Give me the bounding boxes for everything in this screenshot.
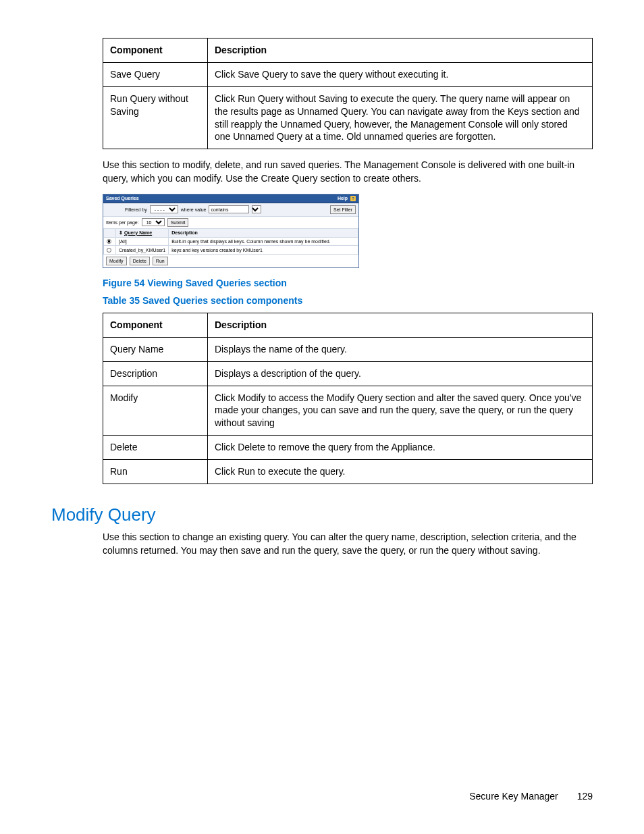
description-header: Description (169, 228, 358, 237)
section-heading: Modify Query (51, 504, 593, 525)
panel-title: Saved Queries (106, 196, 139, 201)
table-caption: Table 35 Saved Queries section component… (103, 295, 593, 306)
component-cell: Save Query (103, 62, 208, 86)
table-row: Run Click Run to execute the query. (103, 460, 593, 484)
page-number: 129 (577, 791, 593, 802)
component-table-1: Component Description Save Query Click S… (103, 38, 593, 149)
description-cell: Click Modify to access the Modify Query … (208, 386, 593, 436)
delete-button[interactable] (130, 257, 150, 265)
table1-head-component: Component (103, 38, 208, 63)
description-cell: Click Save Query to save the query witho… (208, 62, 593, 86)
query-name-cell: [All] (116, 237, 169, 246)
filter-extra-select[interactable] (252, 205, 261, 213)
set-filter-button[interactable] (330, 205, 356, 214)
component-cell: Delete (103, 436, 208, 460)
table-row: Delete Click Delete to remove the query … (103, 436, 593, 460)
table-row: Query Name Displays the name of the quer… (103, 337, 593, 361)
help-link[interactable]: Help (338, 196, 348, 201)
table-row: Description Displays a description of th… (103, 361, 593, 386)
component-table-2: Component Description Query Name Display… (103, 313, 593, 484)
filtered-by-label: Filtered by (125, 207, 147, 212)
filter-value-input[interactable] (209, 205, 249, 213)
component-cell: Modify (103, 386, 208, 436)
table2-head-description: Description (208, 313, 593, 337)
row-radio[interactable] (107, 239, 111, 244)
table-row: Modify Click Modify to access the Modify… (103, 386, 593, 436)
query-name-header[interactable]: Query Name (124, 230, 152, 235)
figure-caption: Figure 54 Viewing Saved Queries section (103, 278, 593, 288)
component-cell: Description (103, 361, 208, 386)
table1-head-description: Description (208, 38, 593, 63)
table2-head-component: Component (103, 313, 208, 337)
row-radio[interactable] (107, 248, 111, 253)
modify-button[interactable] (106, 257, 127, 265)
table-row: Run Query without Saving Click Run Query… (103, 86, 593, 149)
query-desc-cell: Built-in query that displays all keys. C… (169, 237, 358, 246)
query-desc-cell: keys and key versions created by KMUser1 (169, 246, 358, 255)
description-cell: Click Run Query without Saving to execut… (208, 86, 593, 149)
saved-queries-screenshot: Saved Queries Help ? Filtered by - - - -… (103, 194, 359, 268)
component-cell: Run Query without Saving (103, 86, 208, 149)
description-cell: Displays the name of the query. (208, 337, 593, 361)
page-footer: Secure Key Manager 129 (469, 791, 593, 802)
component-cell: Run (103, 460, 208, 484)
submit-button[interactable] (167, 218, 189, 227)
section-paragraph: Use this section to change an existing q… (103, 531, 593, 557)
intro-paragraph: Use this section to modify, delete, and … (103, 159, 593, 185)
items-per-page-label: Items per page: (106, 220, 139, 225)
description-cell: Click Delete to remove the query from th… (208, 436, 593, 460)
description-cell: Displays a description of the query. (208, 361, 593, 386)
doc-title: Secure Key Manager (469, 791, 558, 802)
table-row[interactable]: Created_by_KMUser1 keys and key versions… (104, 246, 358, 255)
saved-queries-inner-table: ⇕ Query Name Description [All] Built-in … (103, 228, 358, 255)
description-cell: Click Run to execute the query. (208, 460, 593, 484)
run-button[interactable] (153, 257, 168, 265)
help-icon[interactable]: ? (350, 196, 356, 201)
items-per-page-select[interactable]: 10 (142, 218, 165, 226)
table-row[interactable]: [All] Built-in query that displays all k… (104, 237, 358, 246)
table-row: Save Query Click Save Query to save the … (103, 62, 593, 86)
filter-field-select[interactable]: - - - - (150, 205, 178, 213)
where-value-label: where value (181, 207, 207, 212)
component-cell: Query Name (103, 337, 208, 361)
query-name-cell: Created_by_KMUser1 (116, 246, 169, 255)
